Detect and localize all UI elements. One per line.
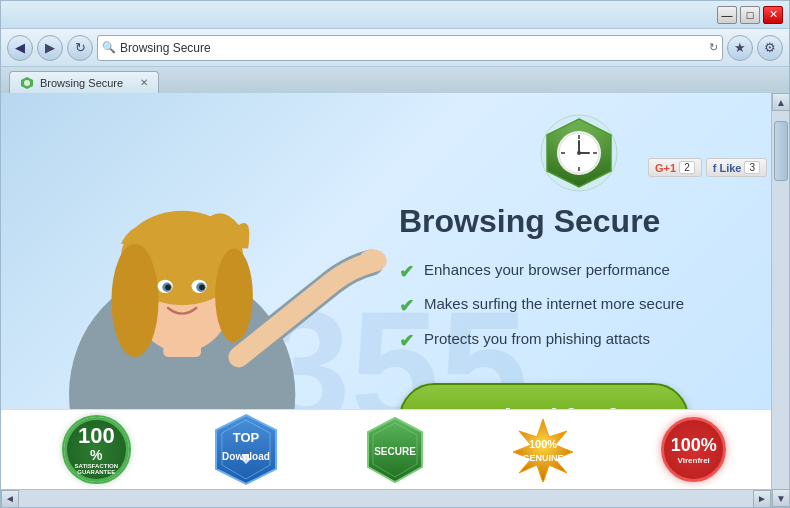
svg-point-12 [165,284,171,290]
svg-text:SECURE: SECURE [374,446,416,457]
badge-virenfrei-label: Virenfrei [678,456,710,465]
scroll-track[interactable] [772,111,789,489]
address-input[interactable] [120,41,705,55]
fb-count: 3 [744,161,760,174]
hexagon-icon [539,113,619,193]
window-controls: — □ ✕ [717,6,783,24]
gplus-label: G+1 [655,162,676,174]
facebook-like-button[interactable]: f Like 3 [706,158,767,177]
tab-title: Browsing Secure [40,77,123,89]
svg-point-26 [577,151,581,155]
features-list: ✔ Enhances your browser performance ✔ Ma… [399,260,759,363]
svg-marker-35 [513,419,573,482]
scroll-down-button[interactable]: ▼ [772,489,789,507]
svg-text:100%: 100% [529,438,557,450]
top-download-badge: TOP Download [214,412,279,487]
browser-content-wrapper: G+1 2 f Like 3 355 [1,93,789,507]
svg-point-1 [24,80,30,86]
browser-window: — □ ✕ ◀ ▶ ↻ 🔍 ↻ ★ ⚙ Browsing Secure ✕ [0,0,790,508]
social-bar: G+1 2 f Like 3 [648,158,767,177]
scroll-up-button[interactable]: ▲ [772,93,789,111]
badge-satisfaction-number: 100 [78,425,115,447]
badge-genuine: 100% GENUINE [511,417,576,482]
svg-text:GENUINE: GENUINE [522,453,563,463]
badges-bar: 100 % SATISFACTIONGUARANTEE [1,409,789,489]
title-bar: — □ ✕ [1,1,789,29]
tab-close-button[interactable]: ✕ [140,77,148,88]
badge-satisfaction: 100 % SATISFACTIONGUARANTEE [64,417,129,482]
check-icon-3: ✔ [399,330,414,353]
address-bar-container: 🔍 ↻ [97,35,723,61]
back-button[interactable]: ◀ [7,35,33,61]
badge-top-download: TOP Download [214,412,279,487]
badge-satisfaction-percent: % [90,447,102,463]
feature-item-1: ✔ Enhances your browser performance [399,260,759,284]
feature-text-2: Makes surfing the internet more secure [424,294,684,314]
app-icon-container [399,113,759,193]
app-icon [539,113,619,193]
active-tab[interactable]: Browsing Secure ✕ [9,71,159,93]
svg-marker-27 [216,415,276,484]
svg-point-14 [358,250,386,273]
minimize-button[interactable]: — [717,6,737,24]
badge-virenfrei-number: 100% [671,435,717,456]
svg-point-13 [199,284,205,290]
svg-point-7 [215,249,253,343]
content-area: G+1 2 f Like 3 355 [1,93,789,489]
main-content-scroll: G+1 2 f Like 3 355 [1,93,789,507]
forward-button[interactable]: ▶ [37,35,63,61]
horizontal-scrollbar: ◄ ► [1,489,789,507]
secure-badge: SECURE [365,415,425,485]
fb-label: f Like [713,162,742,174]
badge-secure: SECURE [365,415,425,485]
gplus-count: 2 [679,161,695,174]
refresh-button[interactable]: ↻ [67,35,93,61]
vertical-scrollbar: ▲ ▼ [771,93,789,507]
badge-virenfrei: 100% Virenfrei [661,417,726,482]
close-button[interactable]: ✕ [763,6,783,24]
settings-button[interactable]: ⚙ [757,35,783,61]
scroll-left-button[interactable]: ◄ [1,490,19,508]
maximize-button[interactable]: □ [740,6,760,24]
badge-satisfaction-label: SATISFACTIONGUARANTEE [75,463,119,475]
gplus-button[interactable]: G+1 2 [648,158,702,177]
scroll-thumb[interactable] [774,121,788,181]
home-button[interactable]: ★ [727,35,753,61]
check-icon-1: ✔ [399,261,414,284]
h-scroll-track[interactable] [19,490,753,507]
scroll-right-button[interactable]: ► [753,490,771,508]
tab-bar: Browsing Secure ✕ [1,67,789,93]
address-refresh-icon[interactable]: ↻ [709,41,718,54]
feature-text-3: Protects you from phishing attacts [424,329,650,349]
genuine-badge: 100% GENUINE [511,417,576,482]
svg-text:TOP: TOP [233,430,260,445]
check-icon-2: ✔ [399,295,414,318]
feature-text-1: Enhances your browser performance [424,260,670,280]
nav-bar: ◀ ▶ ↻ 🔍 ↻ ★ ⚙ [1,29,789,67]
feature-item-2: ✔ Makes surfing the internet more secure [399,294,759,318]
svg-point-6 [111,244,158,357]
tab-favicon [20,76,34,90]
search-icon: 🔍 [102,41,116,54]
feature-item-3: ✔ Protects you from phishing attacts [399,329,759,353]
app-title: Browsing Secure [399,203,759,240]
